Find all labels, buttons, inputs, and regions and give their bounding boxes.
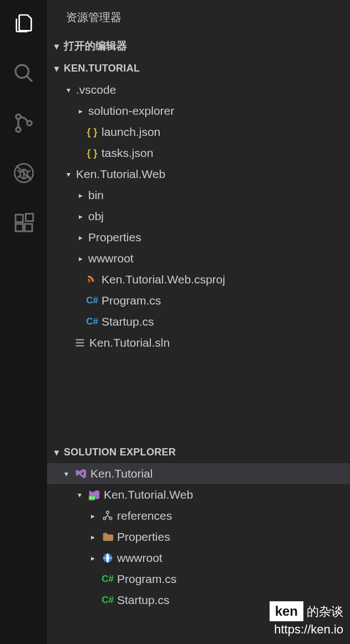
references-icon xyxy=(99,510,116,522)
explorer-tab-icon[interactable] xyxy=(11,10,37,37)
folder-ken-tutorial-web[interactable]: ▾ Ken.Tutorial.Web xyxy=(47,164,350,185)
extensions-tab-icon[interactable] xyxy=(11,210,37,236)
solution-project-node[interactable]: ▾ C# Ken.Tutorial.Web xyxy=(47,484,350,505)
wwwroot-node[interactable]: ▸ wwwroot xyxy=(47,547,350,569)
folder-icon xyxy=(99,531,116,543)
file-tasks-json[interactable]: ▸ { } tasks.json xyxy=(47,143,350,164)
file-label: Startup.cs xyxy=(100,315,154,328)
file-program-cs[interactable]: ▸ C# Program.cs xyxy=(47,290,350,311)
open-editors-header[interactable]: ▾ 打开的编辑器 xyxy=(47,35,350,57)
folder-label: solution-explorer xyxy=(87,104,174,118)
svg-rect-13 xyxy=(16,215,23,222)
open-editors-label: 打开的编辑器 xyxy=(64,39,127,53)
project-label: Ken.Tutorial.Web xyxy=(103,488,193,501)
chevron-down-icon: ▾ xyxy=(49,63,64,74)
wwwroot-label: wwwroot xyxy=(116,551,163,565)
svg-line-1 xyxy=(27,76,32,82)
svg-rect-14 xyxy=(16,224,23,231)
folder-label: Properties xyxy=(87,231,141,244)
file-label: Ken.Tutorial.sln xyxy=(88,336,170,349)
csharp-file-icon: C# xyxy=(99,595,116,606)
activity-bar xyxy=(0,0,47,644)
file-label: Program.cs xyxy=(116,572,176,586)
folder-bin[interactable]: ▸ bin xyxy=(47,185,350,206)
svg-point-2 xyxy=(16,114,20,119)
csharp-file-icon: C# xyxy=(99,574,116,585)
references-label: references xyxy=(116,509,172,523)
chevron-down-icon: ▾ xyxy=(59,469,73,478)
file-label: Program.cs xyxy=(100,294,161,307)
file-startup-cs[interactable]: ▸ C# Startup.cs xyxy=(47,311,350,332)
svg-line-8 xyxy=(17,170,20,172)
folder-label: bin xyxy=(87,189,104,202)
chevron-right-icon: ▸ xyxy=(74,212,87,221)
svg-point-0 xyxy=(16,65,28,78)
folder-label: .vscode xyxy=(75,83,116,97)
chevron-right-icon: ▸ xyxy=(86,511,99,520)
file-label: Startup.cs xyxy=(116,594,170,607)
json-file-icon: { } xyxy=(84,148,100,159)
chevron-right-icon: ▸ xyxy=(74,233,87,242)
project-root-header[interactable]: ▾ KEN.TUTORIAL xyxy=(47,57,350,79)
csproj-icon: C# xyxy=(86,489,103,501)
svg-point-3 xyxy=(16,128,20,132)
svg-text:C#: C# xyxy=(89,495,94,500)
watermark-suffix: 的杂谈 xyxy=(307,605,343,618)
watermark: ken的杂谈 https://ken.io xyxy=(270,601,343,638)
svg-point-22 xyxy=(106,511,109,514)
file-label: Ken.Tutorial.Web.csproj xyxy=(100,273,225,286)
svg-rect-15 xyxy=(24,224,32,231)
sidebar-title: 资源管理器 xyxy=(47,0,350,35)
file-launch-json[interactable]: ▸ { } launch.json xyxy=(47,121,350,143)
solution-program-cs[interactable]: ▸ C# Program.cs xyxy=(47,569,350,590)
visual-studio-icon xyxy=(73,468,89,480)
file-csproj[interactable]: ▸ Ken.Tutorial.Web.csproj xyxy=(47,269,350,290)
json-file-icon: { } xyxy=(84,126,100,138)
globe-icon xyxy=(99,552,116,564)
properties-node[interactable]: ▸ Properties xyxy=(47,526,350,547)
chevron-down-icon: ▾ xyxy=(49,447,64,458)
folder-obj[interactable]: ▸ obj xyxy=(47,206,350,227)
folder-label: Ken.Tutorial.Web xyxy=(75,168,165,181)
svg-line-9 xyxy=(27,170,30,172)
source-control-tab-icon[interactable] xyxy=(11,110,37,136)
project-root-label: KEN.TUTORIAL xyxy=(64,63,140,74)
watermark-brand: ken xyxy=(270,601,303,622)
chevron-down-icon: ▾ xyxy=(62,85,75,94)
chevron-down-icon: ▾ xyxy=(73,490,86,499)
file-label: tasks.json xyxy=(100,146,153,160)
folder-label: obj xyxy=(87,210,104,223)
chevron-right-icon: ▸ xyxy=(74,254,87,263)
svg-line-10 xyxy=(17,176,20,178)
folder-properties[interactable]: ▸ Properties xyxy=(47,227,350,248)
chevron-down-icon: ▾ xyxy=(62,170,75,179)
folder-wwwroot[interactable]: ▸ wwwroot xyxy=(47,248,350,269)
svg-rect-16 xyxy=(26,214,33,221)
file-sln[interactable]: ▸ Ken.Tutorial.sln xyxy=(47,332,350,353)
chevron-right-icon: ▸ xyxy=(74,191,87,200)
watermark-url: https://ken.io xyxy=(270,621,343,638)
folder-label: wwwroot xyxy=(87,252,134,265)
solution-file-icon xyxy=(72,337,88,349)
solution-explorer-header[interactable]: ▾ SOLUTION EXPLORER xyxy=(47,441,350,463)
file-label: launch.json xyxy=(100,125,160,139)
debug-tab-icon[interactable] xyxy=(11,160,37,186)
solution-node[interactable]: ▾ Ken.Tutorial xyxy=(47,463,350,484)
folder-solution-explorer[interactable]: ▸ solution-explorer xyxy=(47,100,350,121)
references-node[interactable]: ▸ references xyxy=(47,505,350,526)
folder-vscode[interactable]: ▾ .vscode xyxy=(47,79,350,100)
properties-label: Properties xyxy=(116,530,170,544)
solution-label: Ken.Tutorial xyxy=(89,467,153,480)
chevron-right-icon: ▸ xyxy=(74,107,87,115)
chevron-down-icon: ▾ xyxy=(49,41,64,52)
csharp-file-icon: C# xyxy=(84,316,100,327)
search-tab-icon[interactable] xyxy=(11,60,37,87)
explorer-sidebar: 资源管理器 ▾ 打开的编辑器 ▾ KEN.TUTORIAL ▾ .vscode … xyxy=(47,0,350,644)
file-tree: ▾ .vscode ▸ solution-explorer ▸ { } laun… xyxy=(47,79,350,353)
xml-file-icon xyxy=(84,273,100,286)
solution-explorer-label: SOLUTION EXPLORER xyxy=(64,447,176,458)
chevron-right-icon: ▸ xyxy=(86,554,99,562)
chevron-right-icon: ▸ xyxy=(86,533,99,541)
csharp-file-icon: C# xyxy=(84,295,100,306)
